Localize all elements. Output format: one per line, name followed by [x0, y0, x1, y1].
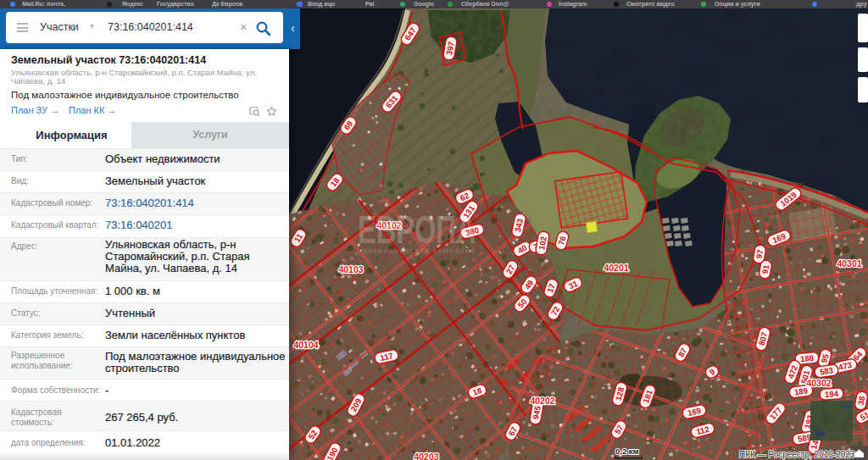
svg-text:38: 38 [856, 396, 867, 406]
svg-text:40201: 40201 [604, 263, 628, 273]
svg-text:40103: 40103 [338, 264, 363, 274]
svg-text:ЕВРОПА: ЕВРОПА [358, 207, 476, 252]
svg-text:40301: 40301 [837, 258, 861, 269]
svg-text:40203: 40203 [414, 452, 438, 460]
svg-text:583: 583 [819, 365, 833, 376]
svg-text:188: 188 [800, 353, 815, 363]
svg-text:40202: 40202 [530, 396, 554, 406]
svg-text:40302: 40302 [806, 378, 831, 388]
svg-text:девелоперская компания: девелоперская компания [363, 247, 476, 255]
svg-text:97: 97 [754, 249, 765, 259]
svg-text:194: 194 [825, 389, 839, 399]
svg-text:ПКК — Росреестр, 2010-2023: ПКК — Росреестр, 2010-2023 [739, 450, 855, 459]
svg-text:40104: 40104 [293, 340, 318, 350]
svg-text:0,2 км: 0,2 км [615, 446, 639, 456]
